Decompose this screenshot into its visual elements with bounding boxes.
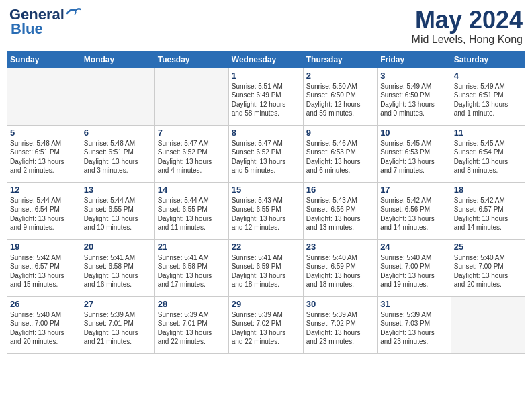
week-row-1: 1Sunrise: 5:51 AM Sunset: 6:49 PM Daylig…: [7, 68, 525, 125]
header-cell-sunday: Sunday: [7, 51, 81, 68]
header-cell-thursday: Thursday: [303, 51, 377, 68]
day-number: 27: [84, 299, 152, 309]
day-info: Sunrise: 5:45 AM Sunset: 6:53 PM Dayligh…: [380, 139, 448, 175]
day-info: Sunrise: 5:39 AM Sunset: 7:01 PM Dayligh…: [158, 310, 226, 347]
page-header: General Blue May 2024 Mid Levels, Hong K…: [7, 7, 525, 46]
calendar-cell: 18Sunrise: 5:42 AM Sunset: 6:57 PM Dayli…: [451, 182, 525, 239]
day-number: 25: [454, 242, 522, 252]
calendar-cell: [154, 68, 228, 125]
day-number: 6: [84, 128, 152, 138]
calendar-cell: 1Sunrise: 5:51 AM Sunset: 6:49 PM Daylig…: [228, 68, 303, 125]
day-info: Sunrise: 5:44 AM Sunset: 6:55 PM Dayligh…: [158, 196, 226, 232]
calendar-cell: 3Sunrise: 5:49 AM Sunset: 6:50 PM Daylig…: [378, 68, 451, 125]
calendar-cell: 24Sunrise: 5:40 AM Sunset: 7:00 PM Dayli…: [378, 239, 451, 296]
day-info: Sunrise: 5:39 AM Sunset: 7:02 PM Dayligh…: [306, 310, 374, 347]
day-info: Sunrise: 5:42 AM Sunset: 6:57 PM Dayligh…: [10, 253, 78, 289]
day-info: Sunrise: 5:39 AM Sunset: 7:03 PM Dayligh…: [380, 310, 448, 347]
day-number: 19: [10, 242, 78, 252]
day-number: 1: [232, 71, 300, 81]
calendar-cell: 29Sunrise: 5:39 AM Sunset: 7:02 PM Dayli…: [228, 296, 303, 353]
day-info: Sunrise: 5:45 AM Sunset: 6:54 PM Dayligh…: [454, 139, 522, 175]
week-row-2: 5Sunrise: 5:48 AM Sunset: 6:51 PM Daylig…: [7, 125, 525, 182]
location-title: Mid Levels, Hong Kong: [412, 34, 523, 46]
day-number: 15: [232, 185, 300, 195]
header-cell-wednesday: Wednesday: [228, 51, 303, 68]
day-info: Sunrise: 5:46 AM Sunset: 6:53 PM Dayligh…: [306, 139, 374, 175]
calendar-cell: 25Sunrise: 5:40 AM Sunset: 7:00 PM Dayli…: [451, 239, 525, 296]
calendar-cell: 21Sunrise: 5:41 AM Sunset: 6:58 PM Dayli…: [154, 239, 228, 296]
calendar-cell: 26Sunrise: 5:40 AM Sunset: 7:00 PM Dayli…: [7, 296, 81, 353]
calendar-title-block: May 2024 Mid Levels, Hong Kong: [412, 7, 523, 46]
day-number: 8: [232, 128, 300, 138]
day-number: 2: [306, 71, 374, 81]
day-info: Sunrise: 5:51 AM Sunset: 6:49 PM Dayligh…: [232, 82, 300, 118]
day-info: Sunrise: 5:40 AM Sunset: 7:00 PM Dayligh…: [454, 253, 522, 289]
calendar-cell: 30Sunrise: 5:39 AM Sunset: 7:02 PM Dayli…: [303, 296, 377, 353]
day-number: 11: [454, 128, 522, 138]
day-info: Sunrise: 5:44 AM Sunset: 6:55 PM Dayligh…: [84, 196, 152, 232]
day-number: 29: [232, 299, 300, 309]
day-info: Sunrise: 5:44 AM Sunset: 6:54 PM Dayligh…: [10, 196, 78, 232]
day-number: 3: [380, 71, 448, 81]
calendar-cell: 6Sunrise: 5:48 AM Sunset: 6:51 PM Daylig…: [81, 125, 154, 182]
calendar-cell: 16Sunrise: 5:43 AM Sunset: 6:56 PM Dayli…: [303, 182, 377, 239]
header-cell-saturday: Saturday: [451, 51, 525, 68]
calendar-cell: 9Sunrise: 5:46 AM Sunset: 6:53 PM Daylig…: [303, 125, 377, 182]
logo-blue-text: Blue: [9, 20, 43, 38]
day-number: 9: [306, 128, 374, 138]
day-info: Sunrise: 5:43 AM Sunset: 6:56 PM Dayligh…: [306, 196, 374, 232]
day-number: 16: [306, 185, 374, 195]
calendar-cell: 19Sunrise: 5:42 AM Sunset: 6:57 PM Dayli…: [7, 239, 81, 296]
calendar-cell: 7Sunrise: 5:47 AM Sunset: 6:52 PM Daylig…: [154, 125, 228, 182]
day-number: 28: [158, 299, 226, 309]
calendar-table: SundayMondayTuesdayWednesdayThursdayFrid…: [7, 51, 525, 354]
day-number: 10: [380, 128, 448, 138]
calendar-cell: 23Sunrise: 5:40 AM Sunset: 6:59 PM Dayli…: [303, 239, 377, 296]
header-cell-monday: Monday: [81, 51, 154, 68]
calendar-cell: 12Sunrise: 5:44 AM Sunset: 6:54 PM Dayli…: [7, 182, 81, 239]
day-info: Sunrise: 5:43 AM Sunset: 6:55 PM Dayligh…: [232, 196, 300, 232]
calendar-cell: 11Sunrise: 5:45 AM Sunset: 6:54 PM Dayli…: [451, 125, 525, 182]
day-info: Sunrise: 5:40 AM Sunset: 6:59 PM Dayligh…: [306, 253, 374, 289]
day-number: 13: [84, 185, 152, 195]
day-number: 17: [380, 185, 448, 195]
header-cell-tuesday: Tuesday: [154, 51, 228, 68]
calendar-cell: 22Sunrise: 5:41 AM Sunset: 6:59 PM Dayli…: [228, 239, 303, 296]
day-info: Sunrise: 5:42 AM Sunset: 6:56 PM Dayligh…: [380, 196, 448, 232]
day-info: Sunrise: 5:49 AM Sunset: 6:50 PM Dayligh…: [380, 82, 448, 118]
calendar-cell: 13Sunrise: 5:44 AM Sunset: 6:55 PM Dayli…: [81, 182, 154, 239]
calendar-cell: 15Sunrise: 5:43 AM Sunset: 6:55 PM Dayli…: [228, 182, 303, 239]
week-row-4: 19Sunrise: 5:42 AM Sunset: 6:57 PM Dayli…: [7, 239, 525, 296]
header-row: SundayMondayTuesdayWednesdayThursdayFrid…: [7, 51, 525, 68]
calendar-cell: [81, 68, 154, 125]
day-number: 30: [306, 299, 374, 309]
day-number: 26: [10, 299, 78, 309]
calendar-cell: 27Sunrise: 5:39 AM Sunset: 7:01 PM Dayli…: [81, 296, 154, 353]
day-number: 14: [158, 185, 226, 195]
calendar-cell: 8Sunrise: 5:47 AM Sunset: 6:52 PM Daylig…: [228, 125, 303, 182]
day-info: Sunrise: 5:50 AM Sunset: 6:50 PM Dayligh…: [306, 82, 374, 118]
week-row-5: 26Sunrise: 5:40 AM Sunset: 7:00 PM Dayli…: [7, 296, 525, 353]
header-cell-friday: Friday: [378, 51, 451, 68]
day-number: 18: [454, 185, 522, 195]
calendar-cell: 28Sunrise: 5:39 AM Sunset: 7:01 PM Dayli…: [154, 296, 228, 353]
day-number: 22: [232, 242, 300, 252]
calendar-cell: 20Sunrise: 5:41 AM Sunset: 6:58 PM Dayli…: [81, 239, 154, 296]
calendar-cell: 5Sunrise: 5:48 AM Sunset: 6:51 PM Daylig…: [7, 125, 81, 182]
day-number: 23: [306, 242, 374, 252]
calendar-cell: 4Sunrise: 5:49 AM Sunset: 6:51 PM Daylig…: [451, 68, 525, 125]
day-number: 7: [158, 128, 226, 138]
day-number: 24: [380, 242, 448, 252]
day-number: 21: [158, 242, 226, 252]
day-info: Sunrise: 5:42 AM Sunset: 6:57 PM Dayligh…: [454, 196, 522, 232]
day-info: Sunrise: 5:47 AM Sunset: 6:52 PM Dayligh…: [158, 139, 226, 175]
calendar-cell: 31Sunrise: 5:39 AM Sunset: 7:03 PM Dayli…: [378, 296, 451, 353]
day-number: 12: [10, 185, 78, 195]
day-number: 31: [380, 299, 448, 309]
day-number: 20: [84, 242, 152, 252]
calendar-cell: 17Sunrise: 5:42 AM Sunset: 6:56 PM Dayli…: [378, 182, 451, 239]
calendar-cell: 10Sunrise: 5:45 AM Sunset: 6:53 PM Dayli…: [378, 125, 451, 182]
day-info: Sunrise: 5:39 AM Sunset: 7:02 PM Dayligh…: [232, 310, 300, 347]
day-number: 4: [454, 71, 522, 81]
day-number: 5: [10, 128, 78, 138]
